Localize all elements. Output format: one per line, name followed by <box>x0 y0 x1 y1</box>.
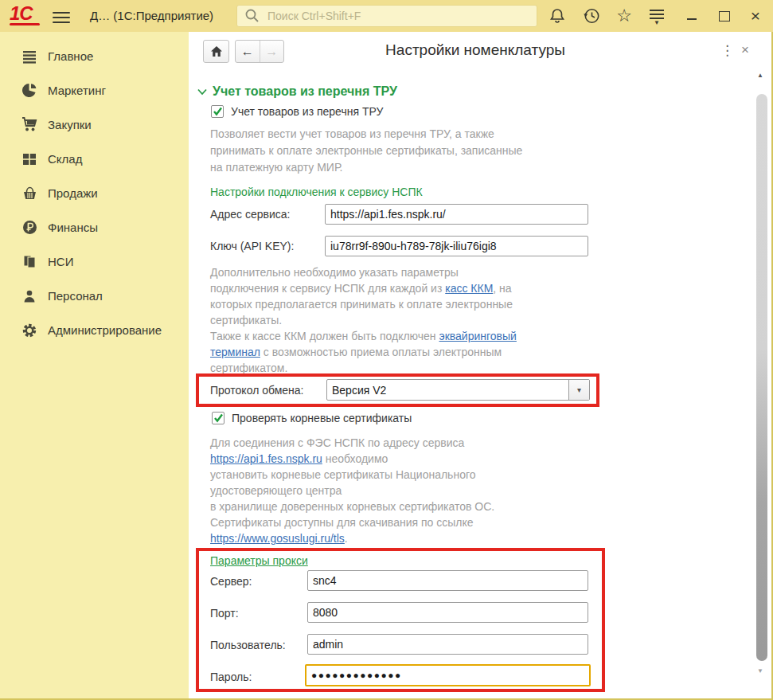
global-search[interactable] <box>236 5 537 27</box>
verify-certs-checkbox-row: Проверять корневые сертификаты <box>212 412 412 424</box>
main-menu-icon[interactable] <box>53 9 70 26</box>
section-header-tru[interactable]: Учет товаров из перечня ТРУ <box>197 84 397 99</box>
api-key-input[interactable] <box>325 236 588 256</box>
service-address-input[interactable] <box>325 204 588 225</box>
sidebar-item-nsi[interactable]: НСИ <box>0 244 189 279</box>
proxy-user-label: Пользователь: <box>210 639 286 651</box>
sidebar-item-sklad[interactable]: Склад <box>0 142 189 176</box>
gosuslugi-link[interactable]: https://www.gosuslugi.ru/tls <box>210 532 345 545</box>
proxy-server-input[interactable] <box>307 570 588 591</box>
sidebar: Главное Маркетинг Закупки <box>0 32 189 700</box>
more-menu-icon[interactable]: ⋮ <box>720 42 734 59</box>
logo-text: 1С <box>10 2 33 24</box>
protocol-value: Версия V2 <box>327 380 568 400</box>
notifications-bell-icon[interactable] <box>547 6 568 26</box>
search-icon <box>244 7 263 25</box>
acquiring-terminal-link[interactable]: эквайринговый <box>439 330 517 342</box>
proxy-params-link[interactable]: Параметры прокси <box>210 554 308 567</box>
sidebar-item-prodazhi[interactable]: Продажи <box>0 176 189 210</box>
proxy-user-input[interactable] <box>307 634 588 655</box>
acquiring-terminal-link-2[interactable]: терминал <box>210 346 260 358</box>
pie-chart-icon <box>21 83 37 99</box>
person-icon <box>21 288 37 304</box>
tru-checkbox[interactable] <box>211 105 224 118</box>
checkmark-icon <box>213 107 223 116</box>
cart-icon <box>21 117 37 133</box>
verify-certs-checkbox[interactable] <box>212 412 224 424</box>
app-title: Д… (1С:Предприятие) <box>90 9 213 22</box>
sidebar-item-zakupki[interactable]: Закупки <box>0 108 189 142</box>
gear-icon <box>21 323 37 338</box>
window-close-button[interactable]: × <box>745 6 766 26</box>
sidebar-item-marketing[interactable]: Маркетинг <box>0 73 189 108</box>
service-menu-icon[interactable]: ▼ <box>646 6 667 26</box>
proxy-server-label: Сервер: <box>210 575 252 588</box>
maximize-button[interactable] <box>714 6 735 26</box>
proxy-password-input[interactable] <box>305 664 591 686</box>
cert-note: Для соединения с ФЭС НСПК по адресу серв… <box>210 435 494 546</box>
checkmark-icon <box>213 413 224 423</box>
kkm-note: Дополнительно необходимо указать парамет… <box>210 264 517 376</box>
tru-description: Позволяет вести учет товаров из перечня … <box>210 126 522 176</box>
service-address-label: Адрес сервиса: <box>210 208 290 221</box>
verify-certs-label: Проверять корневые сертификаты <box>232 412 412 424</box>
favorites-star-icon[interactable]: ☆ <box>614 6 634 26</box>
scroll-down-icon[interactable]: ▼ <box>757 667 763 675</box>
titlebar: 1С Д… (1С:Предприятие) <box>0 0 773 32</box>
nspk-settings-header: Настройки подключения к сервису НСПК <box>210 186 423 198</box>
1c-logo: 1С <box>10 2 33 25</box>
books-icon <box>21 254 37 270</box>
section-title: Учет товаров из перечня ТРУ <box>213 84 397 99</box>
pallet-grid-icon <box>21 151 37 167</box>
collapse-chevron-icon <box>197 88 207 96</box>
nspk-url-link[interactable]: https://api1.fes.nspk.ru <box>210 452 322 465</box>
sidebar-item-personal[interactable]: Персонал <box>0 279 189 313</box>
page-title: Настройки номенклатуры <box>189 41 762 59</box>
proxy-port-input[interactable] <box>307 602 588 623</box>
protocol-label: Протокол обмена: <box>210 384 304 397</box>
dropdown-arrow-icon[interactable]: ▾ <box>568 380 589 400</box>
ruble-icon <box>21 220 37 236</box>
app-window: 1С Д… (1С:Предприятие) <box>0 0 773 700</box>
proxy-password-label: Пароль: <box>210 671 252 683</box>
logo-underline <box>10 23 40 25</box>
sidebar-item-glavnoe[interactable]: Главное <box>0 39 189 73</box>
history-icon[interactable] <box>581 6 602 26</box>
menu-lines-icon <box>21 49 37 65</box>
tru-checkbox-row: Учет товаров из перечня ТРУ <box>211 105 383 118</box>
panel-close-button[interactable]: × <box>741 42 749 58</box>
basket-icon <box>21 186 37 201</box>
kkm-link[interactable]: касс ККМ <box>445 282 493 295</box>
scroll-up-icon[interactable]: ▲ <box>757 72 763 79</box>
api-key-label: Ключ (API KEY): <box>210 240 294 252</box>
tru-checkbox-label: Учет товаров из перечня ТРУ <box>231 105 383 118</box>
search-input[interactable] <box>266 9 532 23</box>
settings-panel: ← → Настройки номенклатуры ⋮ × Учет това… <box>189 32 773 700</box>
sidebar-item-finansy[interactable]: Финансы <box>0 210 189 244</box>
protocol-select[interactable]: Версия V2 ▾ <box>326 379 590 401</box>
scrollbar-thumb[interactable] <box>756 94 767 661</box>
proxy-port-label: Порт: <box>210 607 239 620</box>
sidebar-item-administrirovanie[interactable]: Администрирование <box>0 313 189 347</box>
minimize-button[interactable] <box>681 6 702 26</box>
